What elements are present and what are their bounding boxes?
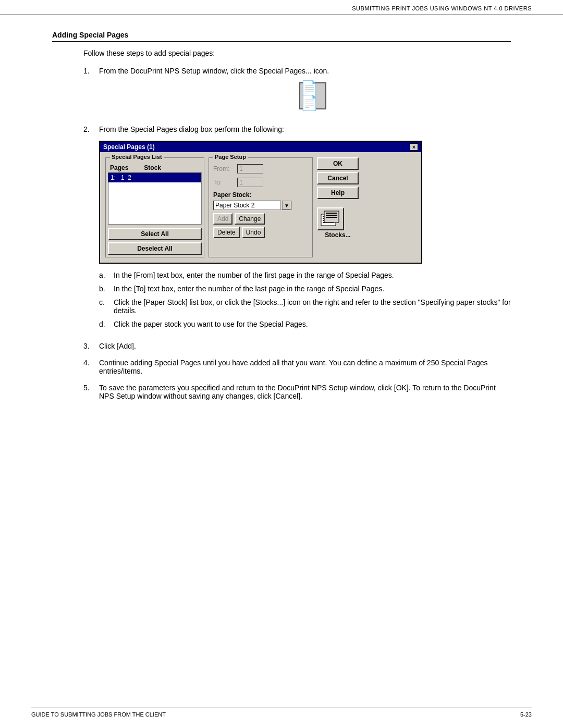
step-2: 2. From the Special Pages dialog box per… [83,125,511,334]
stocks-label[interactable]: Stocks... [317,231,359,239]
sub-steps-list: a. In the [From] text box, enter the num… [99,271,511,328]
step-3-text: Click [Add]. [99,342,511,350]
sub-step-d-letter: d. [99,320,108,328]
sub-step-b-text: In the [To] text box, enter the number o… [114,285,384,293]
section-title: Adding Special Pages [52,31,511,42]
step-3: 3. Click [Add]. [83,342,511,350]
paper-stock-dropdown-button[interactable]: ▼ [282,201,291,210]
stocks-icon[interactable] [317,207,344,230]
dialog-close-button[interactable]: × [410,143,418,151]
spl-list[interactable]: 1: 1 2 [108,172,202,225]
footer-right: 5-23 [520,711,532,718]
sub-step-b: b. In the [To] text box, enter the numbe… [99,285,511,293]
paper-stock-select[interactable] [213,201,281,210]
step-3-number: 3. [83,342,94,350]
ok-button[interactable]: OK [317,157,359,170]
delete-button[interactable]: Delete [213,227,240,238]
paper-stock-label: Paper Stock: [213,191,308,199]
dialog-body: Special Pages List Pages Stock 1: 1 2 [100,152,421,263]
to-label: To: [213,179,234,186]
step-4: 4. Continue adding Special Pages until y… [83,359,511,375]
stocks-area: Stocks... [317,205,359,239]
special-pages-list-panel: Special Pages List Pages Stock 1: 1 2 [105,157,204,257]
svg-rect-6 [326,213,337,214]
step-2-number: 2. [83,125,94,133]
from-row: From: [213,164,308,174]
page-content: Adding Special Pages Follow these steps … [0,15,563,440]
step-5-number: 5. [83,384,94,392]
sub-step-c-letter: c. [99,298,108,306]
svg-rect-7 [326,215,337,216]
ps-action-buttons: Add Change [213,213,308,225]
sub-step-c: c. Click the [Paper Stock] list box, or … [99,298,511,315]
right-panel: OK Cancel Help [317,157,359,257]
page-footer: GUIDE TO SUBMITTING JOBS FROM THE CLIENT… [31,708,532,718]
spl-headers: Pages Stock [108,164,202,171]
sub-step-a-text: In the [From] text box, enter the number… [114,271,394,279]
undo-button[interactable]: Undo [242,227,265,238]
dialog-container: Special Pages (1) × Special Pages List P… [99,141,511,264]
sub-step-d-text: Click the paper stock you want to use fo… [114,320,308,328]
page-setup-panel: Page Setup From: To: Paper Stock: [209,157,313,257]
dialog-title: Special Pages (1) [103,143,155,151]
help-button[interactable]: Help [317,187,359,199]
paper-stock-select-row: ▼ [213,201,308,210]
from-input[interactable] [237,164,263,174]
header-title: SUBMITTING PRINT JOBS USING WINDOWS NT 4… [352,5,532,11]
ps-panel-title: Page Setup [213,154,248,160]
to-row: To: [213,178,308,187]
special-pages-icon-container: 📄📄 [115,82,511,109]
step-1-text: From the DocuPrint NPS Setup window, cli… [99,67,329,75]
step-4-text: Continue adding Special Pages until you … [99,359,511,375]
col-stock: Stock [144,164,161,171]
steps-container: 1. From the DocuPrint NPS Setup window, … [83,67,511,400]
spl-buttons: Select All Deselect All [108,228,202,255]
cancel-button[interactable]: Cancel [317,172,359,184]
spl-panel-title: Special Pages List [110,154,164,160]
intro-text: Follow these steps to add special pages: [83,49,511,57]
select-all-button[interactable]: Select All [108,228,202,240]
svg-rect-8 [326,217,337,218]
page-header: SUBMITTING PRINT JOBS USING WINDOWS NT 4… [0,0,563,15]
sub-step-a-letter: a. [99,271,108,279]
add-button[interactable]: Add [213,213,232,225]
dialog-titlebar: Special Pages (1) × [100,142,421,152]
ps-action-buttons-2: Delete Undo [213,227,308,238]
footer-left: GUIDE TO SUBMITTING JOBS FROM THE CLIENT [31,711,166,718]
from-label: From: [213,165,234,172]
special-pages-dialog: Special Pages (1) × Special Pages List P… [99,141,422,264]
to-input[interactable] [237,178,263,187]
step-5: 5. To save the parameters you specified … [83,384,511,400]
step-1-content: From the DocuPrint NPS Setup window, cli… [99,67,511,117]
step-1: 1. From the DocuPrint NPS Setup window, … [83,67,511,117]
change-button[interactable]: Change [235,213,265,225]
step-5-text: To save the parameters you specified and… [99,384,511,400]
special-pages-icon: 📄📄 [299,82,326,109]
spl-list-item[interactable]: 1: 1 2 [108,173,201,182]
col-pages: Pages [110,164,128,171]
step-2-text: From the Special Pages dialog box perfor… [99,125,284,133]
step-1-number: 1. [83,67,94,75]
deselect-all-button[interactable]: Deselect All [108,242,202,255]
sub-step-a: a. In the [From] text box, enter the num… [99,271,511,279]
sub-step-d: d. Click the paper stock you want to use… [99,320,511,328]
sub-step-b-letter: b. [99,285,108,293]
step-4-number: 4. [83,359,94,367]
step-2-content: From the Special Pages dialog box perfor… [99,125,511,334]
sub-step-c-text: Click the [Paper Stock] list box, or cli… [114,298,511,315]
